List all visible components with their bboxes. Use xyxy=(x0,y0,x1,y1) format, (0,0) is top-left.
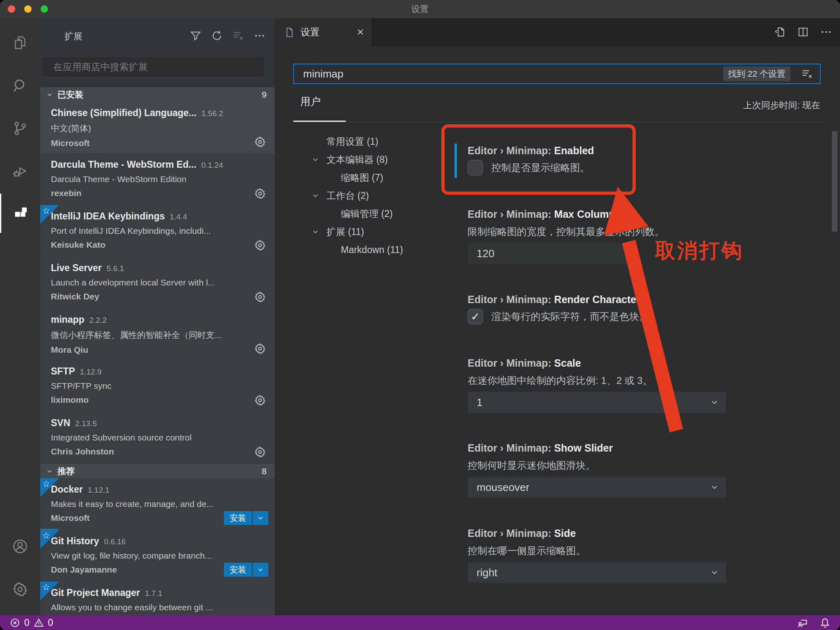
toc-extensions[interactable]: 扩展 (11) xyxy=(326,223,364,241)
installed-count-badge: 9 xyxy=(262,90,267,100)
setting-minimap-enabled: Editor › Minimap: Enabled 控制是否显示缩略图。 xyxy=(468,144,738,176)
extensions-header: 扩展 xyxy=(40,18,275,53)
manage-gear-icon[interactable] xyxy=(253,135,267,148)
chevron-down-icon xyxy=(710,398,719,407)
extension-item-git-project-manager[interactable]: ☆ Git Project Manager1.7.1 Allows you to… xyxy=(40,582,275,615)
extension-item-docker[interactable]: ☆ Docker1.12.1 Makes it easy to create, … xyxy=(40,478,275,530)
run-debug-icon[interactable] xyxy=(0,151,40,191)
settings-file-icon xyxy=(284,27,295,38)
install-button[interactable]: 安装 xyxy=(224,563,252,577)
section-recommended[interactable]: 推荐 8 xyxy=(40,464,275,478)
manage-gear-icon[interactable] xyxy=(253,394,267,407)
settings-editor: 设置 ✕ minimap 找到 22 个设置 用户 上次同步时间: 现在 常用设… xyxy=(275,18,840,615)
warning-count: 0 xyxy=(48,617,53,628)
vscode-window: 设置 扩展 xyxy=(0,0,840,630)
recommended-star-badge: ☆ xyxy=(40,582,59,600)
chevron-down-icon xyxy=(46,91,53,98)
problems-status[interactable]: 0 0 xyxy=(10,615,53,630)
clear-settings-filter-icon[interactable] xyxy=(801,68,813,80)
manage-gear-icon[interactable] xyxy=(253,239,267,252)
toc-workbench[interactable]: 工作台 (2) xyxy=(326,187,369,205)
recommended-count-badge: 8 xyxy=(262,466,267,476)
extension-item-darcula-theme[interactable]: Darcula Theme - WebStorm Ed...0.1.24 Dar… xyxy=(40,153,275,205)
feedback-icon[interactable] xyxy=(797,617,808,629)
open-settings-json-icon[interactable] xyxy=(774,26,786,38)
extensions-sidebar: 扩展 已安装 9 Chinese (Simplified) Language..… xyxy=(40,18,275,615)
toc-common-settings[interactable]: 常用设置 (1) xyxy=(326,132,379,151)
error-icon xyxy=(10,618,20,628)
recommended-star-badge: ☆ xyxy=(40,205,59,224)
editor-scrollbar[interactable] xyxy=(832,131,838,232)
extension-item-intellij-keybindings[interactable]: ☆ IntelliJ IDEA Keybindings1.4.4 Port of… xyxy=(40,205,275,257)
search-icon[interactable] xyxy=(0,66,40,105)
filter-funnel-icon[interactable] xyxy=(189,30,202,42)
window-title: 设置 xyxy=(0,0,840,18)
results-count-badge: 找到 22 个设置 xyxy=(723,66,790,81)
extension-item-minapp[interactable]: minapp2.2.2 微信小程序标签、属性的智能补全（同时支... Mora … xyxy=(40,308,275,360)
scale-select[interactable]: 1 xyxy=(468,392,726,413)
status-bar: 0 0 xyxy=(0,615,840,630)
notifications-bell-icon[interactable] xyxy=(819,617,831,629)
side-select[interactable]: right xyxy=(468,562,726,583)
setting-minimap-show-slider: Editor › Minimap: Show Slider 控制何时显示迷你地图… xyxy=(468,441,738,498)
toc-minimap[interactable]: 缩略图 (7) xyxy=(341,169,383,187)
extension-item-svn[interactable]: SVN2.13.5 Integrated Subversion source c… xyxy=(40,412,275,463)
manage-gear-icon[interactable] xyxy=(253,445,267,459)
tab-settings[interactable]: 设置 ✕ xyxy=(275,18,372,46)
sync-status: 上次同步时间: 现在 xyxy=(743,99,820,112)
section-installed[interactable]: 已安装 9 xyxy=(40,87,275,102)
setting-minimap-scale: Editor › Minimap: Scale 在迷你地图中绘制的内容比例: 1… xyxy=(468,356,738,413)
refresh-icon[interactable] xyxy=(211,30,223,42)
titlebar: 设置 xyxy=(0,0,840,18)
chevron-down-icon xyxy=(710,568,719,577)
extension-item-chinese-language-pack[interactable]: Chinese (Simplified) Language...1.56.2 中… xyxy=(40,102,275,153)
explorer-icon[interactable] xyxy=(0,23,40,62)
setting-minimap-side: Editor › Minimap: Side 控制在哪一侧显示缩略图。 righ… xyxy=(468,526,738,583)
split-editor-icon[interactable] xyxy=(797,26,809,38)
error-count: 0 xyxy=(24,617,30,628)
settings-gear-icon[interactable] xyxy=(0,570,40,609)
settings-search-value[interactable]: minimap xyxy=(303,64,343,83)
extension-item-git-history[interactable]: ☆ Git History0.6.16 View git log, file h… xyxy=(40,530,275,582)
toc-editor-management[interactable]: 编辑管理 (2) xyxy=(341,205,393,223)
divider xyxy=(293,122,826,122)
more-actions-icon[interactable] xyxy=(253,30,266,42)
account-icon[interactable] xyxy=(0,527,40,566)
toc-markdown[interactable]: Markdown (11) xyxy=(341,241,403,259)
modified-setting-indicator xyxy=(454,144,457,178)
chevron-down-icon[interactable] xyxy=(311,192,320,200)
extensions-title: 扩展 xyxy=(64,30,82,43)
warning-icon xyxy=(34,618,44,628)
settings-search-box[interactable]: minimap 找到 22 个设置 xyxy=(293,64,821,84)
extensions-search-input[interactable] xyxy=(43,57,264,77)
more-actions-icon[interactable] xyxy=(820,26,832,38)
clear-extensions-search-icon[interactable] xyxy=(232,30,244,42)
max-column-input[interactable] xyxy=(468,243,632,264)
recommended-star-badge: ☆ xyxy=(40,478,59,497)
extension-item-sftp[interactable]: SFTP1.12.9 SFTP/FTP sync liximomo xyxy=(40,360,275,412)
manage-gear-icon[interactable] xyxy=(253,342,267,355)
minimap-enabled-checkbox[interactable] xyxy=(468,160,483,176)
chevron-down-icon[interactable] xyxy=(311,155,320,164)
render-characters-checkbox[interactable]: ✓ xyxy=(468,309,483,324)
install-button[interactable]: 安装 xyxy=(224,511,252,525)
close-tab-icon[interactable]: ✕ xyxy=(357,18,364,46)
manage-gear-icon[interactable] xyxy=(253,290,267,304)
source-control-icon[interactable] xyxy=(0,109,40,148)
recommended-star-badge: ☆ xyxy=(40,530,59,549)
extension-item-live-server[interactable]: Live Server5.6.1 Launch a development lo… xyxy=(40,257,275,308)
chevron-down-icon xyxy=(46,468,53,475)
extensions-list: 已安装 9 Chinese (Simplified) Language...1.… xyxy=(40,87,275,615)
install-dropdown-icon[interactable] xyxy=(253,563,268,577)
manage-gear-icon[interactable] xyxy=(253,187,267,200)
setting-minimap-render-characters: Editor › Minimap: Render Characters ✓ 渲染… xyxy=(468,292,738,324)
toc-text-editor[interactable]: 文本编辑器 (8) xyxy=(326,151,388,169)
install-dropdown-icon[interactable] xyxy=(253,511,268,525)
extensions-icon[interactable] xyxy=(0,194,40,233)
tab-bar: 设置 ✕ xyxy=(275,18,840,46)
chevron-down-icon[interactable] xyxy=(311,228,320,236)
annotation-text: 取消打钩 xyxy=(655,237,744,265)
show-slider-select[interactable]: mouseover xyxy=(468,477,726,498)
tab-user-settings[interactable]: 用户 xyxy=(300,94,321,108)
chevron-down-icon xyxy=(710,483,719,492)
